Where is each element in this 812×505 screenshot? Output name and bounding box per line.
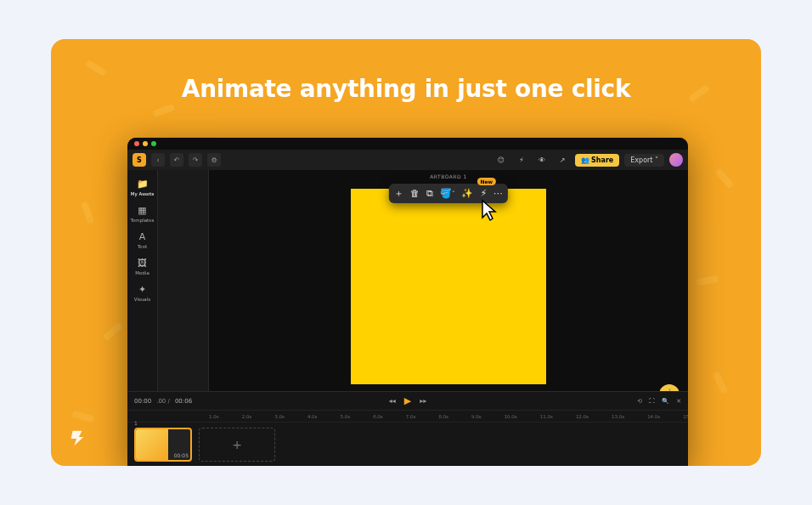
redo-button[interactable]: ↷ (189, 153, 202, 167)
sidebar-item-media[interactable]: 🖼 Media (130, 254, 155, 279)
thumbnail-preview (136, 429, 168, 460)
zoom-icon[interactable]: 🔍 (662, 398, 669, 405)
canvas-area[interactable]: ARTBOARD 1 ＋ 🗑 ⧉ 🪣˅ ✨ New ⚡ ⋯ (209, 170, 688, 391)
ruler-tick: 13.0s (612, 414, 624, 419)
current-time: 00:00 (134, 398, 151, 405)
eye-icon[interactable]: 👁 (534, 152, 550, 167)
visuals-icon: ✦ (138, 284, 146, 295)
artboard-label: ARTBOARD 1 (430, 173, 467, 179)
main-area: 📁 My Assets ▦ Templates A Text 🖼 Media ✦ (127, 170, 688, 391)
sidebar-item-label: My Assets (131, 191, 155, 196)
close-icon[interactable] (134, 141, 139, 146)
share-arrow-icon[interactable]: ↗ (555, 152, 570, 167)
play-icon[interactable]: ▶ (404, 395, 411, 406)
promo-card: Animate anything in just one click S ‹ ↶… (51, 39, 761, 466)
text-icon: A (139, 231, 146, 242)
timeline-ruler[interactable]: 1.0s2.0s3.0s4.0s5.0s6.0s7.0s8.0s9.0s10.0… (127, 411, 688, 423)
ruler-tick: 14.0s (647, 414, 660, 419)
asset-panel (158, 170, 209, 391)
sidebar-item-label: Text (138, 244, 147, 249)
ruler-tick: 9.0s (471, 414, 482, 419)
ruler-tick: 10.0s (505, 414, 517, 419)
share-label: Share (591, 156, 613, 164)
left-sidebar: 📁 My Assets ▦ Templates A Text 🖼 Media ✦ (127, 170, 158, 391)
media-icon: 🖼 (138, 258, 147, 269)
scene-duration: 00:05 (168, 429, 190, 460)
copy-icon[interactable]: ⧉ (426, 188, 433, 199)
bolt-icon[interactable]: ⚡ (514, 152, 529, 167)
templates-icon: ▦ (138, 205, 146, 216)
ruler-tick: 8.0s (438, 414, 448, 419)
sidebar-item-label: Visuals (134, 297, 150, 302)
skip-back-icon[interactable]: ◂◂ (389, 397, 396, 405)
ruler-tick: 5.0s (341, 414, 351, 419)
top-toolbar: S ‹ ↶ ↷ ⚙ 😊 ⚡ 👁 ↗ 👥 Share Export ˅ (127, 150, 688, 170)
add-icon[interactable]: ＋ (394, 187, 403, 200)
sidebar-item-templates[interactable]: ▦ Templates (130, 201, 155, 226)
sidebar-item-visuals[interactable]: ✦ Visuals (130, 281, 155, 305)
more-icon[interactable]: ⋯ (493, 188, 503, 199)
ruler-tick: 12.0s (576, 414, 589, 419)
app-logo-icon[interactable]: S (133, 153, 146, 167)
settings-button[interactable]: ⚙ (207, 153, 221, 167)
sidebar-item-text[interactable]: A Text (130, 228, 155, 252)
total-time: 00:06 (175, 398, 192, 405)
sidebar-item-label: Templates (131, 218, 155, 223)
new-badge: New (476, 178, 496, 185)
time-separator: .00 / (156, 398, 170, 405)
ruler-tick: 6.0s (373, 414, 383, 419)
ruler-tick: 11.0s (540, 414, 553, 419)
ruler-tick: 4.0s (307, 414, 318, 419)
minimize-icon[interactable] (143, 141, 148, 146)
app-window: S ‹ ↶ ↷ ⚙ 😊 ⚡ 👁 ↗ 👥 Share Export ˅ 📁 My … (127, 138, 688, 466)
ruler-tick: 2.0s (242, 414, 252, 419)
ruler-tick: 15.0s (683, 414, 688, 419)
window-titlebar (127, 138, 688, 150)
ruler-tick: 7.0s (406, 414, 416, 419)
magic-wand-icon[interactable]: ✨ (461, 188, 473, 199)
promo-headline: Animate anything in just one click (51, 75, 761, 103)
scene-thumbnail[interactable]: 00:05 (134, 428, 192, 462)
ruler-tick: 3.0s (274, 414, 285, 419)
scene-number: 1 (134, 420, 138, 426)
sidebar-item-assets[interactable]: 📁 My Assets (130, 175, 155, 200)
context-toolbar: ＋ 🗑 ⧉ 🪣˅ ✨ New ⚡ ⋯ (389, 184, 508, 203)
animate-icon[interactable]: New ⚡ (480, 188, 487, 199)
add-scene-button[interactable]: + (199, 428, 275, 462)
artboard[interactable] (351, 189, 546, 384)
transport-bar: 00:00 .00 / 00:06 ◂◂ ▶ ▸▸ ⟲ ⛶ 🔍 ✕ (127, 392, 688, 411)
timeline-section: 00:00 .00 / 00:06 ◂◂ ▶ ▸▸ ⟲ ⛶ 🔍 ✕ 1.0s2.… (127, 391, 688, 466)
brand-logo-icon (68, 428, 87, 451)
skip-forward-icon[interactable]: ▸▸ (420, 397, 426, 405)
export-button[interactable]: Export ˅ (624, 154, 664, 167)
sidebar-item-label: Media (135, 270, 149, 275)
export-label: Export (630, 156, 652, 164)
plus-icon: + (232, 438, 242, 451)
timeline-tracks: 1 00:05 + (127, 423, 688, 466)
fit-icon[interactable]: ⛶ (649, 398, 655, 405)
loop-icon[interactable]: ⟲ (637, 398, 642, 405)
emoji-icon[interactable]: 😊 (493, 152, 509, 167)
fill-icon[interactable]: 🪣˅ (440, 188, 455, 199)
close-timeline-icon[interactable]: ✕ (676, 398, 681, 405)
user-avatar[interactable] (669, 153, 683, 167)
trash-icon[interactable]: 🗑 (410, 188, 420, 199)
back-button[interactable]: ‹ (151, 153, 165, 167)
maximize-icon[interactable] (151, 141, 156, 146)
ruler-tick: 1.0s (209, 414, 219, 419)
undo-button[interactable]: ↶ (170, 153, 183, 167)
share-button[interactable]: 👥 Share (575, 154, 619, 167)
folder-icon: 📁 (137, 179, 149, 190)
